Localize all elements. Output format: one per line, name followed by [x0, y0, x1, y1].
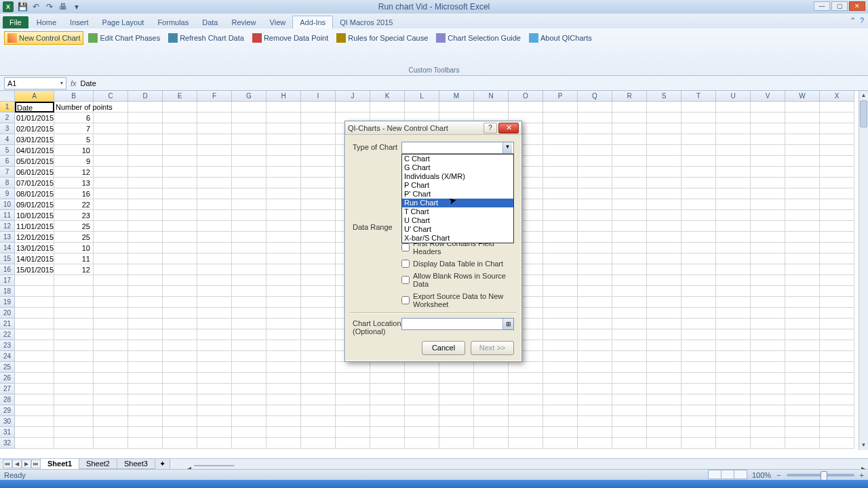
- cell[interactable]: [543, 319, 578, 329]
- cell[interactable]: [785, 427, 820, 438]
- cell[interactable]: [716, 351, 751, 362]
- cell[interactable]: [163, 416, 197, 427]
- cell[interactable]: [232, 438, 267, 449]
- cell[interactable]: [716, 243, 751, 253]
- cell[interactable]: [197, 438, 232, 449]
- cell[interactable]: [647, 199, 682, 210]
- cell[interactable]: [578, 416, 612, 427]
- cell[interactable]: [163, 384, 197, 394]
- cell[interactable]: [578, 340, 612, 351]
- cell[interactable]: [163, 210, 197, 221]
- cell[interactable]: [197, 243, 232, 253]
- cell[interactable]: [751, 340, 785, 351]
- cell[interactable]: [163, 297, 197, 308]
- cell[interactable]: [612, 199, 647, 210]
- cell[interactable]: [751, 134, 785, 145]
- cell[interactable]: [301, 156, 336, 167]
- cell[interactable]: [128, 297, 163, 308]
- cell[interactable]: [716, 178, 751, 188]
- cell[interactable]: [612, 297, 647, 308]
- cell[interactable]: 12: [54, 264, 94, 275]
- cell[interactable]: [15, 275, 54, 286]
- cell[interactable]: [716, 416, 751, 427]
- cell[interactable]: [128, 394, 163, 405]
- tab-home[interactable]: Home: [30, 16, 63, 28]
- cell[interactable]: [716, 427, 751, 438]
- cell[interactable]: [682, 362, 716, 373]
- cell[interactable]: [94, 384, 128, 394]
- cell[interactable]: 9: [54, 156, 94, 167]
- cell[interactable]: [54, 308, 94, 319]
- cell[interactable]: [301, 351, 336, 362]
- cell[interactable]: [232, 232, 267, 243]
- cell[interactable]: [578, 427, 612, 438]
- cell[interactable]: [197, 102, 232, 113]
- cell[interactable]: Date: [15, 102, 54, 113]
- cell[interactable]: [474, 438, 509, 449]
- cell[interactable]: 7: [54, 123, 94, 134]
- cell[interactable]: [578, 134, 612, 145]
- cell[interactable]: [128, 113, 163, 123]
- cell[interactable]: [785, 373, 820, 384]
- tab-review[interactable]: Review: [224, 16, 262, 28]
- cell[interactable]: [197, 264, 232, 275]
- cell[interactable]: [820, 264, 854, 275]
- name-box[interactable]: A1: [4, 77, 66, 89]
- cell[interactable]: [647, 351, 682, 362]
- cancel-button[interactable]: Cancel: [422, 341, 465, 355]
- cell[interactable]: 6: [54, 113, 94, 123]
- cell[interactable]: [543, 351, 578, 362]
- cell[interactable]: [820, 253, 854, 264]
- cell[interactable]: [301, 405, 336, 416]
- cell[interactable]: [94, 308, 128, 319]
- cell[interactable]: [54, 351, 94, 362]
- chart-location-input[interactable]: ⊞: [401, 318, 514, 330]
- cell[interactable]: [128, 188, 163, 199]
- cell[interactable]: [785, 221, 820, 232]
- cell[interactable]: [612, 286, 647, 297]
- cell[interactable]: [647, 275, 682, 286]
- cell[interactable]: [54, 340, 94, 351]
- cell[interactable]: [163, 113, 197, 123]
- cell[interactable]: [682, 275, 716, 286]
- cell[interactable]: [439, 102, 474, 113]
- cell[interactable]: [197, 340, 232, 351]
- col-header-M[interactable]: M: [439, 91, 474, 102]
- cell[interactable]: [336, 373, 370, 384]
- cell[interactable]: [682, 156, 716, 167]
- cell[interactable]: [128, 373, 163, 384]
- cell[interactable]: [751, 210, 785, 221]
- cell[interactable]: [647, 145, 682, 156]
- cell[interactable]: [128, 319, 163, 329]
- cell[interactable]: [612, 113, 647, 123]
- cell[interactable]: [232, 210, 267, 221]
- cell[interactable]: [54, 362, 94, 373]
- cell[interactable]: [578, 308, 612, 319]
- cell[interactable]: [682, 373, 716, 384]
- cell[interactable]: [54, 297, 94, 308]
- cell[interactable]: 13: [54, 178, 94, 188]
- cell[interactable]: [578, 394, 612, 405]
- cell[interactable]: [94, 438, 128, 449]
- cell[interactable]: [716, 232, 751, 243]
- cell[interactable]: [232, 264, 267, 275]
- cell[interactable]: [370, 373, 405, 384]
- sheet-tab-2[interactable]: Sheet2: [79, 459, 117, 469]
- cell[interactable]: [197, 199, 232, 210]
- cell[interactable]: [163, 373, 197, 384]
- cell[interactable]: [128, 145, 163, 156]
- cell[interactable]: [197, 405, 232, 416]
- cell[interactable]: [647, 210, 682, 221]
- row-header-22[interactable]: 22: [0, 329, 15, 340]
- cell[interactable]: [543, 427, 578, 438]
- cell[interactable]: [267, 123, 301, 134]
- cell[interactable]: [751, 221, 785, 232]
- col-header-W[interactable]: W: [785, 91, 820, 102]
- cell[interactable]: [820, 373, 854, 384]
- cell[interactable]: [301, 394, 336, 405]
- cell[interactable]: [128, 134, 163, 145]
- sheet-tab-1[interactable]: Sheet1: [40, 459, 79, 469]
- cell[interactable]: [716, 438, 751, 449]
- redo-icon[interactable]: ↷: [43, 1, 56, 12]
- cell[interactable]: [128, 362, 163, 373]
